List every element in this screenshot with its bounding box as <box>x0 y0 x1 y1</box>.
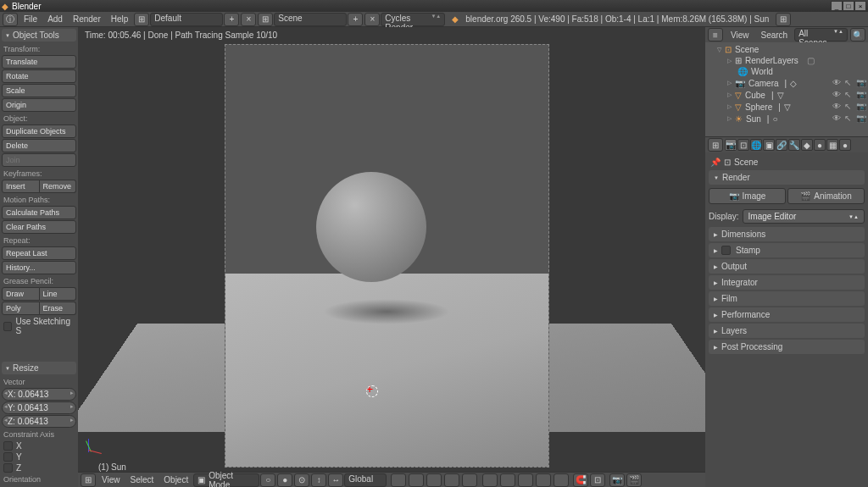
outliner-search-icon[interactable]: 🔍 <box>850 28 865 42</box>
render-vis-icon[interactable]: 📷 <box>856 102 866 112</box>
tab-world[interactable]: 🌐 <box>750 139 762 151</box>
calculate-paths-button[interactable]: Calculate Paths <box>2 206 76 219</box>
repeat-last-button[interactable]: Repeat Last <box>2 246 76 260</box>
rotate-button[interactable]: Rotate <box>2 69 76 83</box>
tab-physics[interactable]: ● <box>839 139 851 151</box>
render-engine-select[interactable]: Cycles Render▼▲ <box>381 13 445 26</box>
snap-icon[interactable]: 🧲 <box>573 473 588 487</box>
layer-button-8[interactable] <box>518 473 533 487</box>
add-scene-icon[interactable]: + <box>348 13 363 26</box>
tree-cube[interactable]: ▷▽Cube|▽👁↖📷 <box>707 89 866 101</box>
manipulator-icon[interactable]: ↕ <box>311 473 326 487</box>
tree-world[interactable]: 🌐World <box>707 66 866 77</box>
constraint-y-row[interactable]: Y <box>2 451 76 462</box>
insert-keyframe-button[interactable]: Insert <box>2 180 40 193</box>
eye-icon[interactable]: 👁 <box>832 113 843 124</box>
eye-icon[interactable]: 👁 <box>832 102 843 112</box>
transform-orientation-select[interactable]: Global <box>344 473 387 487</box>
layer-button-3[interactable] <box>426 473 442 487</box>
constraint-x-checkbox[interactable] <box>3 441 13 451</box>
mode-select[interactable]: ▣Object Mode <box>193 473 259 487</box>
film-section[interactable]: Film <box>709 291 865 306</box>
add-layout-icon[interactable]: + <box>224 13 239 26</box>
clear-paths-button[interactable]: Clear Paths <box>2 220 76 234</box>
display-select[interactable]: Image Editor▼▲ <box>743 209 865 224</box>
menu-file[interactable]: File <box>19 13 42 25</box>
layer-button-2[interactable] <box>409 473 424 487</box>
origin-button[interactable]: Origin <box>2 98 76 112</box>
outliner-filter-select[interactable]: All Scenes▼▲ <box>794 28 848 42</box>
layer-button-7[interactable] <box>500 473 515 487</box>
resize-x-input[interactable]: X: 0.06413 <box>2 388 76 401</box>
tab-render[interactable]: 📷 <box>725 139 737 151</box>
back-to-previous-icon[interactable]: ⊞ <box>134 13 149 26</box>
layers-section[interactable]: Layers <box>709 324 865 338</box>
outliner-view-menu[interactable]: View <box>726 29 754 42</box>
eye-icon[interactable]: 👁 <box>832 78 843 88</box>
tree-renderlayers[interactable]: ▷⊞RenderLayers▢ <box>707 55 866 66</box>
remove-layout-icon[interactable]: × <box>241 13 256 26</box>
cursor-icon[interactable]: ↖ <box>844 102 854 112</box>
outliner-search-menu[interactable]: Search <box>756 29 793 42</box>
gp-draw-button[interactable]: Draw <box>2 287 40 301</box>
view-menu[interactable]: View <box>97 473 125 486</box>
gp-line-button[interactable]: Line <box>40 287 77 301</box>
constraint-z-checkbox[interactable] <box>3 463 13 473</box>
render-anim-icon[interactable]: 🎬 <box>626 473 642 487</box>
dimensions-section[interactable]: Dimensions <box>709 227 865 241</box>
menu-help[interactable]: Help <box>106 13 134 25</box>
translate-button[interactable]: Translate <box>2 55 76 69</box>
history-button[interactable]: History... <box>2 261 76 274</box>
render-vis-icon[interactable]: 📷 <box>856 78 866 88</box>
tab-material[interactable]: ● <box>814 139 826 151</box>
layer-button-1[interactable] <box>391 473 406 487</box>
performance-section[interactable]: Performance <box>709 307 865 322</box>
3d-viewport[interactable]: Time: 00:05.46 | Done | Path Tracing Sam… <box>78 27 705 487</box>
cursor-icon[interactable]: ↖ <box>844 113 854 124</box>
object-menu[interactable]: Object <box>159 473 193 486</box>
info-editor-icon[interactable]: ⓘ <box>3 13 18 26</box>
minimize-button[interactable]: _ <box>831 1 843 11</box>
remove-scene-icon[interactable]: × <box>364 13 380 26</box>
scene-select[interactable]: Scene <box>274 13 347 26</box>
scale-button[interactable]: Scale <box>2 84 76 97</box>
object-tools-header[interactable]: Object Tools <box>2 29 76 42</box>
output-section[interactable]: Output <box>709 259 865 274</box>
layer-button-9[interactable] <box>536 473 551 487</box>
tab-texture[interactable]: ▦ <box>826 139 838 151</box>
eye-icon[interactable]: 👁 <box>832 90 843 100</box>
render-image-button[interactable]: 📷Image <box>709 188 786 204</box>
constraint-z-row[interactable]: Z <box>2 462 76 473</box>
tree-sphere[interactable]: ▷▽Sphere|▽👁↖📷 <box>707 101 866 113</box>
menu-render[interactable]: Render <box>68 13 106 25</box>
layer-button-10[interactable] <box>554 473 569 487</box>
gp-poly-button[interactable]: Poly <box>2 302 40 315</box>
constraint-y-checkbox[interactable] <box>3 452 13 462</box>
select-menu[interactable]: Select <box>125 473 159 486</box>
tree-sun[interactable]: ▷☀Sun|○👁↖📷 <box>707 113 866 125</box>
render-vis-icon[interactable]: 📷 <box>856 113 866 124</box>
resize-y-input[interactable]: Y: 0.06413 <box>2 401 76 414</box>
integrator-section[interactable]: Integrator <box>709 275 865 290</box>
layer-button-5[interactable] <box>462 473 477 487</box>
screen-layout-select[interactable]: Default <box>150 13 223 26</box>
constraint-x-row[interactable]: X <box>2 440 76 451</box>
pin-icon[interactable]: 📌 <box>710 158 721 167</box>
duplicate-button[interactable]: Duplicate Objects <box>2 125 76 138</box>
maximize-button[interactable]: □ <box>843 1 854 11</box>
render-section-header[interactable]: Render <box>709 170 865 185</box>
properties-editor-icon[interactable]: ⊞ <box>708 138 723 152</box>
tab-object[interactable]: ▣ <box>763 139 775 151</box>
cursor-icon[interactable]: ↖ <box>844 78 854 88</box>
tab-data[interactable]: ◆ <box>801 139 813 151</box>
scene-browse-icon[interactable]: ⊞ <box>258 13 273 26</box>
tab-scene[interactable]: ⊡ <box>737 139 749 151</box>
delete-button[interactable]: Delete <box>2 139 76 152</box>
tab-constraints[interactable]: 🔗 <box>776 139 787 151</box>
tab-modifiers[interactable]: 🔧 <box>788 139 800 151</box>
stamp-section[interactable]: Stamp <box>709 243 865 257</box>
render-vis-icon[interactable]: 📷 <box>856 90 866 100</box>
cursor-icon[interactable]: ↖ <box>844 90 854 100</box>
render-animation-button[interactable]: 🎬Animation <box>787 188 865 204</box>
viewport-shading-2-icon[interactable]: ● <box>277 473 292 487</box>
